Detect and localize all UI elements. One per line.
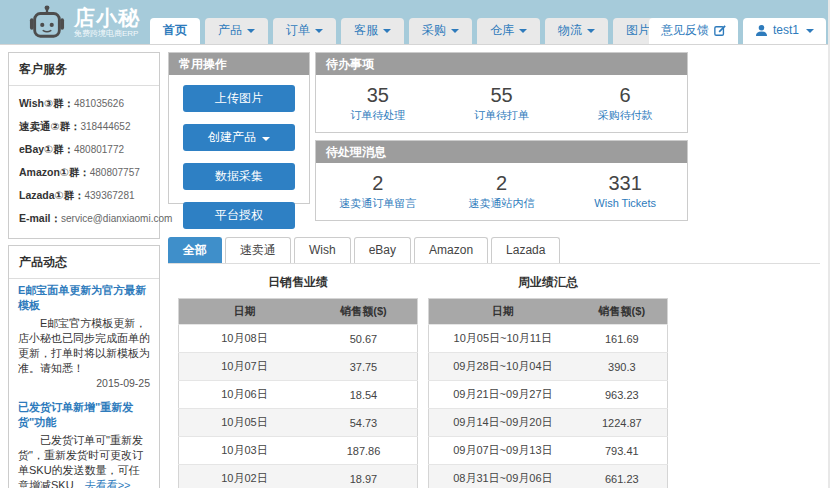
table-cell: 09月21日~09月27日 [429, 381, 577, 409]
chevron-down-icon [383, 29, 391, 33]
news-date: 2015-09-25 [18, 376, 150, 391]
robot-logo-icon [28, 5, 66, 41]
tab-wish[interactable]: Wish [294, 237, 351, 263]
stat-link[interactable]: 订单待处理 [316, 107, 440, 123]
table-cell: 10月02日 [179, 465, 310, 488]
table-header-row: 日期 销售额($) [429, 299, 668, 325]
daily-sales-section: 日销售业绩 日期 销售额($) 10月08日50.6710月07日37.7510… [178, 264, 418, 488]
status-panels-column: 待办事项 35 订单待处理 55 订单待打单 6 [315, 52, 688, 228]
upload-images-button[interactable]: 上传图片 [183, 85, 295, 112]
weekly-sales-title: 周业绩汇总 [428, 274, 668, 291]
news-item: 已发货订单新增"重新发货"功能 已发货订单可"重新发货"，重新发货时可更改订单S… [18, 400, 150, 488]
weekly-sales-body: 10月05日~10月11日161.6909月28日~10月04日390.309月… [429, 325, 668, 488]
news-title-link[interactable]: 已发货订单新增"重新发货"功能 [18, 400, 150, 430]
stat-value: 331 [563, 171, 687, 195]
table-cell: 10月07日 [179, 353, 310, 381]
column-header: 销售额($) [577, 299, 668, 325]
table-cell: 390.3 [577, 353, 668, 381]
chevron-down-icon [806, 29, 814, 33]
quick-actions-body: 上传图片 创建产品 数据采集 平台授权 [169, 75, 309, 229]
table-row: 08月31日~09月06日661.23 [429, 465, 668, 488]
app-logo[interactable]: 店小秘 免费跨境电商ERP [28, 5, 140, 41]
platform-tab-bar: 全部 速卖通 Wish eBay Amazon Lazada [168, 237, 820, 264]
top-header-bar: 店小秘 免费跨境电商ERP 首页 产品 订单 客服 采购 仓库 物流 图片 数据… [0, 0, 830, 45]
table-cell: 10月08日 [179, 325, 310, 353]
column-header: 日期 [179, 299, 310, 325]
table-row: 10月03日187.86 [179, 437, 418, 465]
list-item: Lazada①群：439367281 [19, 184, 151, 207]
chevron-down-icon [262, 137, 270, 141]
table-row: 09月28日~10月04日390.3 [429, 353, 668, 381]
messages-stats: 2 速卖通订单留言 2 速卖通站内信 331 Wish Tickets [316, 163, 687, 220]
nav-tab-customer-service[interactable]: 客服 [341, 18, 404, 44]
nav-tab-home[interactable]: 首页 [150, 18, 200, 44]
top-panels-row: 常用操作 上传图片 创建产品 数据采集 平台授权 待办事项 35 [168, 52, 828, 228]
table-cell: 187.86 [310, 437, 418, 465]
tab-aliexpress[interactable]: 速卖通 [225, 237, 291, 263]
table-header-row: 日期 销售额($) [179, 299, 418, 325]
nav-tab-orders[interactable]: 订单 [273, 18, 336, 44]
stat-orders-to-print: 55 订单待打单 [440, 83, 564, 123]
stat-purchases-to-pay: 6 采购待付款 [563, 83, 687, 123]
weekly-monthly-section: 周业绩汇总 日期 销售额($) 10月05日~10月11日161.6909月28… [428, 264, 668, 488]
nav-tab-products[interactable]: 产品 [205, 18, 268, 44]
see-more-link[interactable]: 去看看>> [85, 479, 131, 488]
logo-text: 店小秘 免费跨境电商ERP [74, 7, 140, 39]
table-cell: 37.75 [310, 353, 418, 381]
tab-all[interactable]: 全部 [168, 237, 222, 263]
news-title-link[interactable]: E邮宝面单更新为官方最新模板 [18, 283, 150, 313]
user-icon [755, 24, 768, 37]
chevron-down-icon [315, 29, 323, 33]
table-cell: 10月03日 [179, 437, 310, 465]
feedback-button[interactable]: 意见反馈 [649, 18, 738, 44]
column-header: 日期 [429, 299, 577, 325]
list-item: Wish③群：481035626 [19, 92, 151, 115]
username: test1 [773, 24, 799, 37]
list-item: E-mail：service@dianxiaomi.com [19, 207, 151, 230]
nav-tab-logistics[interactable]: 物流 [545, 18, 608, 44]
table-row: 09月14日~09月20日1224.87 [429, 409, 668, 437]
data-collection-button[interactable]: 数据采集 [183, 163, 295, 190]
create-product-button[interactable]: 创建产品 [183, 124, 295, 151]
stat-link[interactable]: 订单待打单 [440, 107, 564, 123]
daily-sales-body: 10月08日50.6710月07日37.7510月06日18.5410月05日5… [179, 325, 418, 488]
todo-panel: 待办事项 35 订单待处理 55 订单待打单 6 [315, 52, 688, 133]
stat-wish-tickets: 331 Wish Tickets [563, 171, 687, 211]
table-row: 09月21日~09月27日963.23 [429, 381, 668, 409]
weekly-sales-table: 日期 销售额($) 10月05日~10月11日161.6909月28日~10月0… [428, 298, 668, 488]
product-news-title: 产品动态 [9, 246, 159, 279]
table-cell: 50.67 [310, 325, 418, 353]
table-row: 10月05日54.73 [179, 409, 418, 437]
messages-panel: 待处理消息 2 速卖通订单留言 2 速卖通站内信 331 [315, 140, 688, 221]
nav-tab-purchasing[interactable]: 采购 [409, 18, 472, 44]
table-cell: 08月31日~09月06日 [429, 465, 577, 488]
table-cell: 09月14日~09月20日 [429, 409, 577, 437]
chevron-down-icon [247, 29, 255, 33]
stat-link[interactable]: 速卖通订单留言 [316, 195, 440, 211]
stat-link[interactable]: 速卖通站内信 [440, 195, 564, 211]
news-body: 已发货订单可"重新发货"，重新发货时可更改订单SKU的发送数量，可任意增减SKU… [18, 433, 150, 488]
sales-tables-row: 日销售业绩 日期 销售额($) 10月08日50.6710月07日37.7510… [168, 264, 828, 488]
tab-ebay[interactable]: eBay [354, 237, 411, 263]
table-cell: 10月05日 [179, 409, 310, 437]
table-cell: 10月06日 [179, 381, 310, 409]
daily-sales-title: 日销售业绩 [178, 274, 418, 291]
chevron-down-icon [587, 29, 595, 33]
todo-stats: 35 订单待处理 55 订单待打单 6 采购待付款 [316, 75, 687, 132]
chevron-down-icon [451, 29, 459, 33]
news-item: E邮宝面单更新为官方最新模板 E邮宝官方模板更新，店小秘也已同步完成面单的更新，… [18, 283, 150, 391]
stat-link[interactable]: 采购待付款 [563, 107, 687, 123]
header-right-area: 意见反馈 test1 [644, 18, 826, 44]
list-item: eBay①群：480801772 [19, 138, 151, 161]
nav-tab-warehouse[interactable]: 仓库 [477, 18, 540, 44]
table-cell: 161.69 [577, 325, 668, 353]
table-cell: 09月07日~09月13日 [429, 437, 577, 465]
platform-authorization-button[interactable]: 平台授权 [183, 202, 295, 229]
user-menu[interactable]: test1 [743, 18, 826, 44]
tab-amazon[interactable]: Amazon [414, 237, 488, 263]
stat-link[interactable]: Wish Tickets [563, 195, 687, 211]
news-list: E邮宝面单更新为官方最新模板 E邮宝官方模板更新，店小秘也已同步完成面单的更新，… [9, 279, 159, 488]
table-row: 10月02日18.97 [179, 465, 418, 488]
tab-lazada[interactable]: Lazada [491, 237, 560, 263]
table-cell: 793.41 [577, 437, 668, 465]
